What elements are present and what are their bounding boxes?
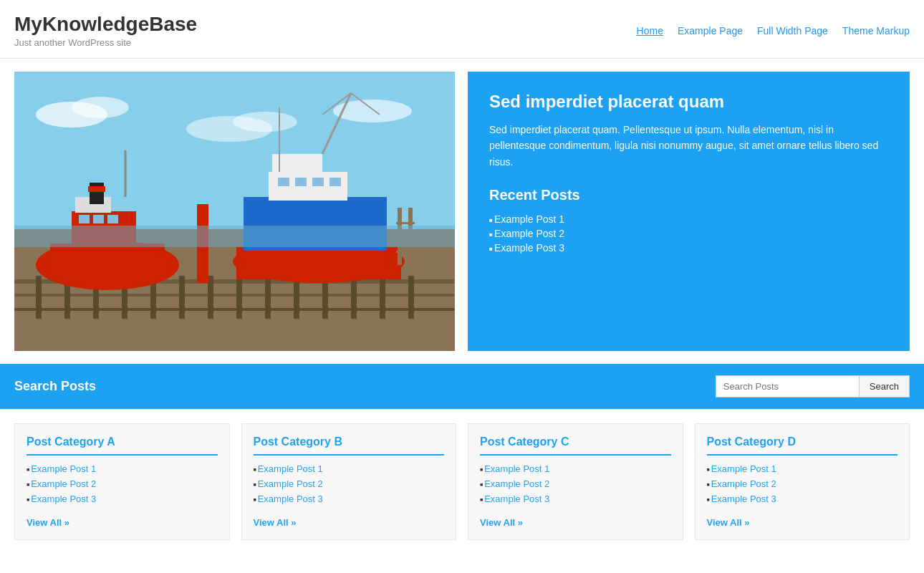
category-list-b: Example Post 1 Example Post 2 Example Po… — [254, 461, 445, 506]
search-bar-title: Search Posts — [14, 379, 96, 394]
nav-item-example-page[interactable]: Example Page — [678, 25, 743, 37]
hero-title: Sed imperdiet placerat quam — [489, 92, 888, 112]
list-item: Example Post 2 — [480, 476, 671, 491]
svg-rect-11 — [36, 276, 42, 319]
site-title[interactable]: MyKnowledgeBase — [14, 13, 197, 35]
recent-posts-list: Example Post 1 Example Post 2 Example Po… — [489, 212, 888, 255]
svg-rect-33 — [90, 183, 104, 204]
cat-d-post-3[interactable]: Example Post 3 — [711, 493, 776, 504]
category-list-d: Example Post 1 Example Post 2 Example Po… — [707, 461, 898, 506]
cat-c-post-2[interactable]: Example Post 2 — [484, 478, 549, 489]
svg-rect-30 — [93, 215, 104, 223]
svg-rect-16 — [179, 276, 185, 319]
category-title-d: Post Category D — [707, 435, 898, 456]
list-item: Example Post 3 — [480, 491, 671, 506]
svg-rect-23 — [380, 276, 385, 319]
svg-rect-18 — [236, 276, 242, 319]
branding: MyKnowledgeBase Just another WordPress s… — [14, 13, 197, 48]
cat-a-post-1[interactable]: Example Post 1 — [31, 463, 96, 474]
main-nav: Home Example Page Full Width Page Theme … — [637, 25, 910, 37]
list-item: Example Post 2 — [489, 226, 888, 241]
view-all-d[interactable]: View All » — [707, 517, 750, 528]
category-title-b: Post Category B — [254, 435, 445, 456]
list-item: Example Post 2 — [707, 476, 898, 491]
category-list-c: Example Post 1 Example Post 2 Example Po… — [480, 461, 671, 506]
category-list-a: Example Post 1 Example Post 2 Example Po… — [27, 461, 218, 506]
list-item: Example Post 3 — [489, 241, 888, 255]
svg-rect-41 — [295, 178, 307, 186]
recent-posts-heading: Recent Posts — [489, 187, 888, 203]
svg-rect-29 — [79, 215, 90, 223]
svg-rect-22 — [351, 276, 357, 319]
svg-rect-17 — [208, 276, 213, 319]
nav-item-full-width[interactable]: Full Width Page — [757, 25, 828, 37]
recent-post-link-2[interactable]: Example Post 2 — [494, 228, 564, 239]
nav-item-theme-markup[interactable]: Theme Markup — [842, 25, 910, 37]
nav-item-home[interactable]: Home — [637, 25, 663, 37]
cat-c-post-1[interactable]: Example Post 1 — [484, 463, 549, 474]
category-title-c: Post Category C — [480, 435, 671, 456]
list-item: Example Post 2 — [27, 476, 218, 491]
svg-point-5 — [233, 112, 297, 132]
search-bar: Search Posts Search — [0, 364, 924, 409]
svg-rect-34 — [88, 186, 105, 192]
cat-a-post-3[interactable]: Example Post 3 — [31, 493, 96, 504]
svg-rect-26 — [50, 244, 165, 272]
site-header: MyKnowledgeBase Just another WordPress s… — [0, 0, 924, 59]
cat-c-post-3[interactable]: Example Post 3 — [484, 493, 549, 504]
categories-section: Post Category A Example Post 1 Example P… — [0, 409, 924, 554]
search-bar-controls: Search — [716, 375, 910, 398]
view-all-a[interactable]: View All » — [27, 517, 69, 528]
cat-b-post-2[interactable]: Example Post 2 — [258, 478, 323, 489]
recent-post-link-1[interactable]: Example Post 1 — [494, 213, 564, 225]
svg-rect-54 — [14, 226, 455, 247]
list-item: Example Post 1 — [27, 461, 218, 476]
hero-content: Sed imperdiet placerat quam Sed imperdie… — [468, 72, 910, 351]
svg-rect-43 — [329, 178, 341, 186]
cat-b-post-1[interactable]: Example Post 1 — [258, 463, 323, 474]
list-item: Example Post 1 — [707, 461, 898, 476]
svg-point-6 — [333, 100, 412, 122]
svg-rect-50 — [396, 222, 415, 224]
cat-b-post-3[interactable]: Example Post 3 — [258, 493, 323, 504]
svg-rect-19 — [265, 276, 271, 319]
view-all-b[interactable]: View All » — [254, 517, 297, 528]
category-card-a: Post Category A Example Post 1 Example P… — [14, 423, 230, 540]
svg-rect-9 — [14, 294, 455, 297]
hero-body: Sed imperdiet placerat quam. Pellentesqu… — [489, 122, 888, 170]
site-tagline: Just another WordPress site — [14, 37, 197, 48]
category-title-a: Post Category A — [27, 435, 218, 456]
category-card-b: Post Category B Example Post 1 Example P… — [241, 423, 457, 540]
recent-post-link-3[interactable]: Example Post 3 — [494, 242, 564, 254]
svg-rect-42 — [312, 178, 324, 186]
hero-section: Sed imperdiet placerat quam Sed imperdie… — [0, 59, 924, 364]
svg-rect-40 — [278, 178, 289, 186]
cat-d-post-2[interactable]: Example Post 2 — [711, 478, 776, 489]
svg-rect-52 — [396, 251, 415, 253]
list-item: Example Post 3 — [27, 491, 218, 506]
search-button[interactable]: Search — [859, 375, 910, 398]
hero-image — [14, 72, 455, 351]
list-item: Example Post 1 — [489, 212, 888, 226]
cat-a-post-2[interactable]: Example Post 2 — [31, 478, 96, 489]
cat-d-post-1[interactable]: Example Post 1 — [711, 463, 776, 474]
list-item: Example Post 3 — [707, 491, 898, 506]
svg-point-3 — [72, 97, 129, 118]
list-item: Example Post 2 — [254, 476, 445, 491]
svg-rect-24 — [408, 276, 414, 319]
list-item: Example Post 1 — [254, 461, 445, 476]
list-item: Example Post 3 — [254, 491, 445, 506]
view-all-c[interactable]: View All » — [480, 517, 523, 528]
category-card-d: Post Category D Example Post 1 Example P… — [695, 423, 910, 540]
list-item: Example Post 1 — [480, 461, 671, 476]
svg-rect-31 — [107, 215, 118, 223]
category-card-c: Post Category C Example Post 1 Example P… — [468, 423, 683, 540]
search-input[interactable] — [716, 375, 859, 398]
svg-rect-10 — [14, 308, 455, 311]
